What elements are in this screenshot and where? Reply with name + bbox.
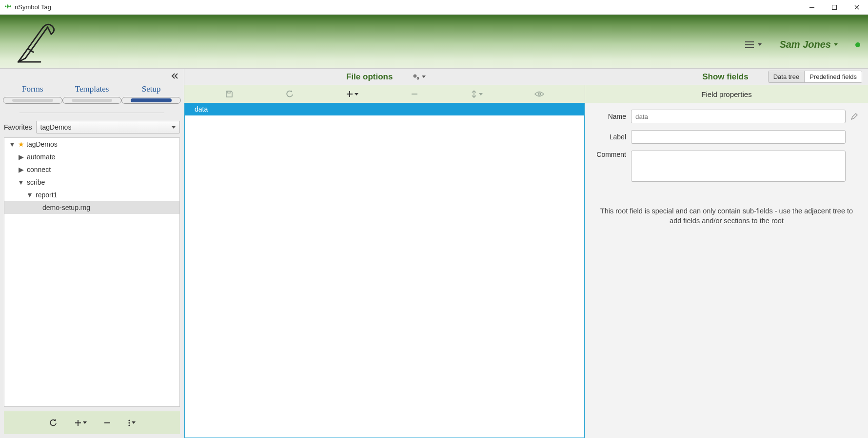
chevron-down-icon	[479, 93, 483, 95]
project-tree[interactable]: ▼ ★ tagDemos ▶ automate ▶ connect ▼ scri…	[4, 137, 180, 407]
chevron-down-icon	[172, 126, 176, 129]
svg-point-11	[417, 78, 418, 79]
name-label: Name	[593, 113, 626, 120]
window-minimize-button[interactable]	[801, 0, 823, 15]
remove-button[interactable]	[103, 419, 111, 427]
connection-status-icon	[855, 42, 860, 47]
field-properties-form: Name Label Comment	[585, 103, 868, 187]
window-title: nSymbol Tag	[15, 3, 51, 11]
tab-templates[interactable]: Templates	[62, 83, 122, 97]
seg-predefined-fields[interactable]: Predefined fields	[805, 71, 862, 82]
window-maximize-button[interactable]	[823, 0, 846, 15]
svg-point-13	[538, 93, 540, 95]
remove-field-button[interactable]	[411, 90, 418, 98]
field-properties-title: Field properties	[585, 85, 868, 103]
label-label: Label	[593, 133, 626, 141]
file-options-button[interactable]	[412, 73, 426, 81]
svg-rect-0	[809, 7, 814, 8]
label-field[interactable]	[631, 130, 846, 144]
tree-twisty-expanded[interactable]: ▼	[26, 191, 34, 199]
tab-forms[interactable]: Forms	[3, 83, 62, 97]
tree-twisty-collapsed[interactable]: ▶	[17, 166, 25, 173]
tree-item-label: demo-setup.rng	[42, 204, 90, 211]
root-field-help-text: This root field is special and can only …	[585, 187, 868, 226]
comment-row: Comment	[593, 151, 860, 182]
svg-point-5	[128, 419, 130, 421]
chevron-down-icon	[83, 421, 87, 424]
chevron-down-icon	[422, 76, 426, 78]
label-row: Label	[593, 130, 860, 144]
svg-rect-4	[745, 47, 754, 48]
header-right-tools: Sam Jones	[745, 39, 860, 50]
tree-root-label: tagDemos	[26, 140, 58, 148]
sub-toolbar: File options Show fields Data tree Prede…	[184, 69, 868, 85]
account-name: Sam Jones	[779, 39, 831, 50]
tab-indicator-templates	[62, 97, 122, 104]
svg-point-9	[414, 75, 415, 76]
field-tree-root[interactable]: data	[185, 103, 584, 115]
add-field-button[interactable]	[346, 90, 358, 98]
svg-rect-3	[745, 44, 754, 45]
favorites-select[interactable]: tagDemos	[36, 121, 180, 133]
chevron-down-icon	[355, 93, 358, 95]
favorites-label: Favorites	[4, 123, 32, 131]
svg-rect-1	[832, 5, 837, 9]
file-options-label: File options	[346, 72, 393, 82]
editor-split: data Field properties Name Lab	[184, 85, 868, 438]
center-pane: data	[184, 85, 585, 438]
tree-item-report1[interactable]: ▼ report1	[4, 189, 179, 201]
tree-item-demo-setup[interactable]: demo-setup.rng	[4, 201, 179, 214]
favorites-row: Favorites tagDemos	[0, 121, 184, 137]
tree-root[interactable]: ▼ ★ tagDemos	[4, 138, 179, 151]
tree-item-label: connect	[27, 166, 51, 173]
collapse-row	[0, 69, 184, 83]
field-tree-root-label: data	[195, 105, 208, 113]
main-area: Forms Templates Setup Favorites tagDemos…	[0, 68, 868, 438]
app-logo-icon	[6, 17, 64, 66]
reload-button[interactable]	[285, 90, 294, 98]
tree-twisty-expanded[interactable]: ▼	[8, 140, 16, 148]
star-icon: ★	[18, 140, 24, 148]
center-toolbar	[184, 85, 585, 103]
chevron-down-icon	[132, 421, 136, 424]
mid-pane: File options Show fields Data tree Prede…	[184, 69, 868, 438]
app-header: Sam Jones	[0, 15, 868, 68]
tree-item-scribe[interactable]: ▼ scribe	[4, 176, 179, 189]
name-field[interactable]	[631, 110, 846, 123]
window-titlebar: nSymbol Tag	[0, 0, 868, 15]
add-button[interactable]	[74, 419, 87, 427]
chevron-down-icon	[834, 43, 838, 46]
tab-indicator-forms	[3, 97, 62, 104]
account-menu-button[interactable]: Sam Jones	[779, 39, 838, 50]
seg-data-tree[interactable]: Data tree	[769, 71, 805, 82]
app-icon	[4, 3, 12, 11]
tab-setup[interactable]: Setup	[121, 83, 181, 97]
tree-item-automate[interactable]: ▶ automate	[4, 151, 179, 163]
save-button[interactable]	[225, 90, 234, 98]
svg-point-7	[128, 424, 130, 426]
tree-item-connect[interactable]: ▶ connect	[4, 163, 179, 176]
tree-item-label: report1	[36, 191, 57, 199]
refresh-button[interactable]	[49, 419, 58, 427]
window-close-button[interactable]	[846, 0, 868, 15]
comment-field[interactable]	[631, 151, 846, 182]
left-tabs: Forms Templates Setup	[0, 83, 184, 97]
left-bottom-toolbar	[4, 411, 180, 434]
tree-twisty-collapsed[interactable]: ▶	[17, 153, 25, 161]
collapse-left-pane-button[interactable]	[171, 73, 179, 79]
preview-button[interactable]	[534, 91, 544, 97]
svg-rect-12	[228, 91, 230, 93]
name-row: Name	[593, 110, 860, 123]
right-pane: Field properties Name Label	[585, 85, 868, 438]
svg-rect-2	[745, 41, 754, 42]
tree-twisty-expanded[interactable]: ▼	[17, 178, 25, 186]
left-pane: Forms Templates Setup Favorites tagDemos…	[0, 69, 184, 438]
tree-item-label: scribe	[27, 178, 45, 186]
tree-item-label: automate	[27, 153, 55, 161]
edit-name-button[interactable]	[850, 113, 860, 120]
field-tree[interactable]: data	[184, 103, 585, 438]
main-menu-button[interactable]	[745, 40, 762, 49]
left-tabs-indicator	[0, 97, 184, 106]
move-field-button[interactable]	[470, 90, 483, 98]
more-button[interactable]	[128, 419, 136, 427]
